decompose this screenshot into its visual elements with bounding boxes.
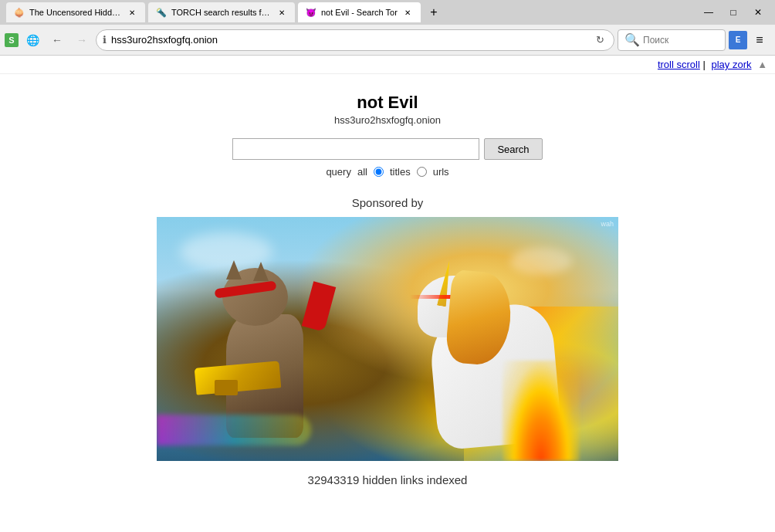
tab1-close-btn[interactable]: ✕ [127, 7, 137, 18]
sponsored-image: wah [157, 217, 618, 461]
color-beam [157, 415, 311, 446]
play-zork-link[interactable]: play zork [711, 59, 751, 70]
top-links-bar: troll scroll | play zork ▲ [0, 56, 775, 74]
tab-torch[interactable]: 🔦 TORCH search results for: ... ✕ [148, 2, 295, 22]
indexed-count: 32943319 hidden links indexed [308, 473, 468, 486]
tab2-label: TORCH search results for: ... [171, 8, 272, 17]
forward-button[interactable]: → [71, 29, 93, 51]
info-icon[interactable]: ℹ [103, 34, 107, 46]
title-bar: 🧅 The Uncensored Hidden ... ✕ 🔦 TORCH se… [0, 0, 775, 25]
tab2-favicon: 🔦 [156, 8, 167, 18]
profile-icon[interactable]: 🌐 [22, 29, 43, 51]
address-input[interactable] [111, 34, 587, 46]
search-form: Search [232, 138, 542, 160]
window-controls: — □ ✕ [698, 4, 769, 21]
search-icon: 🔍 [624, 32, 640, 47]
search-input[interactable] [232, 138, 479, 160]
s-extension-icon[interactable]: S [5, 33, 19, 47]
tab3-favicon: 😈 [306, 8, 316, 18]
gun-handle [215, 380, 238, 395]
navigation-toolbar: S 🌐 ← → ℹ ↻ 🔍 E ≡ [0, 25, 775, 56]
browser-menu-button[interactable]: ≡ [749, 29, 770, 51]
cloud-left [180, 232, 272, 271]
urls-label: urls [433, 166, 449, 178]
all-label: all [357, 166, 367, 178]
search-button[interactable]: Search [484, 138, 542, 160]
fire-burst [503, 361, 580, 461]
tab1-favicon: 🧅 [14, 8, 25, 18]
urls-radio[interactable] [417, 167, 427, 177]
search-options-row: query all titles urls [326, 166, 448, 178]
troll-scroll-link[interactable]: troll scroll [658, 59, 700, 70]
tab1-label: The Uncensored Hidden ... [29, 8, 122, 17]
refresh-button[interactable]: ↻ [592, 32, 607, 48]
extension-shield-icon[interactable]: E [729, 31, 747, 49]
page-content: not Evil hss3uro2hsxfogfq.onion Search q… [0, 74, 775, 532]
tab2-close-btn[interactable]: ✕ [276, 7, 287, 18]
close-button[interactable]: ✕ [747, 4, 769, 21]
tab-notevil[interactable]: 😈 not Evil - Search Tor ✕ [298, 2, 421, 22]
minimize-button[interactable]: — [698, 4, 719, 21]
headband-tail [302, 281, 337, 332]
browser-frame: 🧅 The Uncensored Hidden ... ✕ 🔦 TORCH se… [0, 0, 775, 532]
site-url: hss3uro2hsxfogfq.onion [334, 114, 441, 126]
titles-label: titles [390, 166, 411, 178]
separator: | [702, 59, 705, 70]
tab-uncensored[interactable]: 🧅 The Uncensored Hidden ... ✕ [6, 2, 145, 22]
tab3-close-btn[interactable]: ✕ [402, 7, 413, 18]
cat-group [211, 268, 334, 438]
toolbar-search-input[interactable] [643, 35, 712, 46]
extensions-area: E ≡ [729, 29, 770, 51]
tab3-label: not Evil - Search Tor [321, 8, 398, 17]
scroll-indicator: ▲ [757, 59, 767, 70]
address-bar-container: ℹ ↻ [96, 29, 614, 51]
new-tab-button[interactable]: + [424, 2, 444, 22]
toolbar-search-box: 🔍 [618, 29, 726, 51]
back-button[interactable]: ← [46, 29, 68, 51]
maximize-button[interactable]: □ [723, 4, 744, 21]
query-label: query [326, 166, 351, 178]
site-title: not Evil [357, 93, 418, 113]
titles-radio[interactable] [374, 167, 384, 177]
sponsored-title: Sponsored by [352, 196, 424, 209]
watermark: wah [601, 220, 614, 228]
